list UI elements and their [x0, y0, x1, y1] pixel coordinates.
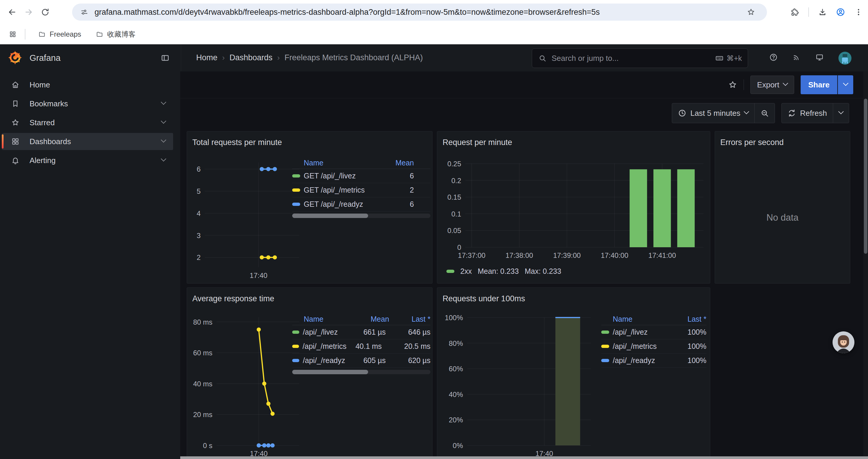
refresh-button[interactable]: Refresh [782, 103, 833, 123]
assistant-avatar[interactable] [833, 331, 855, 353]
breadcrumb-separator: › [277, 53, 280, 62]
zoom-out-button[interactable] [754, 103, 775, 123]
extensions-icon[interactable] [790, 8, 799, 16]
legend-cell-name: /api/_/metrics [613, 342, 671, 351]
search-box[interactable]: ⌘+k [532, 48, 748, 68]
download-icon[interactable] [818, 8, 827, 16]
site-info-icon[interactable] [80, 8, 88, 16]
sidebar-item-home[interactable]: Home [2, 76, 173, 93]
series-color-pill [292, 359, 299, 362]
horizontal-scrollbar-thumb[interactable] [180, 456, 868, 459]
help-icon[interactable] [769, 53, 778, 61]
sidebar-item-starred[interactable]: Starred [2, 114, 173, 131]
legend-request-per-minute[interactable]: 2xxMean: 0.233Max: 0.233 [446, 267, 561, 275]
keyboard-icon [715, 54, 723, 62]
panel-title[interactable]: Requests under 100ms [442, 294, 525, 303]
legend-row[interactable]: GET /api/_/readyz6 [292, 197, 430, 211]
sidebar-toggle-icon[interactable] [161, 54, 169, 62]
legend-scrollbar-thumb[interactable] [292, 370, 368, 374]
legend-row[interactable]: GET /api/_/livez6 [292, 169, 430, 183]
sidebar-item-label: Home [30, 80, 173, 90]
legend-column-mean[interactable]: Mean [358, 315, 389, 323]
forward-icon[interactable] [24, 8, 33, 17]
series-color-pill [292, 203, 300, 206]
svg-text:0.25: 0.25 [447, 160, 461, 168]
time-controls: Last 5 minutes Refresh [180, 98, 868, 128]
legend-cell-last: 100% [671, 356, 706, 365]
url-text[interactable]: grafana.mathmast.com/d/deytv4rwavabkb/fr… [95, 8, 767, 17]
svg-text:60%: 60% [449, 365, 463, 373]
refresh-interval-dropdown[interactable] [833, 103, 849, 123]
legend-column-last[interactable]: Last * [671, 315, 706, 323]
menu-kebab-icon[interactable] [855, 8, 863, 16]
sidebar-item-label: Dashboards [30, 137, 162, 146]
search-input[interactable] [551, 54, 709, 63]
legend-column-mean[interactable]: Mean [378, 159, 414, 167]
legend-column-name[interactable]: Name [304, 315, 358, 323]
user-avatar[interactable] [838, 52, 851, 65]
panel-title[interactable]: Request per minute [442, 138, 512, 147]
monitor-icon[interactable] [815, 53, 824, 61]
svg-text:0.2: 0.2 [452, 177, 461, 185]
bookmarks-divider [25, 29, 25, 40]
sidebar-item-bookmarks[interactable]: Bookmarks [2, 95, 173, 112]
svg-text:2: 2 [197, 254, 200, 261]
legend-row[interactable]: /api/_/readyz605 µs620 µs [292, 354, 430, 368]
legend-cell-name: /api/_/metrics [303, 342, 353, 351]
sidebar-item-dashboards[interactable]: Dashboards [2, 133, 173, 150]
legend-total-requests: NameMeanGET /api/_/livez6GET /api/_/metr… [292, 157, 430, 218]
address-bar[interactable]: grafana.mathmast.com/d/deytv4rwavabkb/fr… [72, 4, 767, 21]
legend-scrollbar[interactable] [292, 370, 430, 374]
panel-request-per-minute: Request per minute 0.250.20.150.10.05017… [437, 131, 710, 284]
export-button[interactable]: Export [750, 76, 794, 94]
brand-name[interactable]: Grafana [30, 53, 61, 63]
bookmark-folder[interactable]: 收藏博客 [91, 27, 141, 41]
reload-icon[interactable] [41, 8, 50, 17]
svg-text:0.1: 0.1 [452, 210, 461, 218]
panel-title[interactable]: Average response time [192, 294, 274, 303]
legend-row[interactable]: GET /api/_/metrics2 [292, 183, 430, 197]
legend-column-last[interactable]: Last * [389, 315, 430, 323]
svg-text:0 s: 0 s [203, 441, 212, 450]
share-dropdown-button[interactable] [838, 75, 853, 94]
sidebar: HomeBookmarksStarredDashboardsAlerting [0, 71, 181, 459]
time-range-picker[interactable]: Last 5 minutes [672, 103, 754, 123]
bookmarks-bar: Freeleaps收藏博客 [0, 24, 868, 44]
bookmark-star-icon[interactable] [747, 8, 755, 16]
legend-scrollbar-thumb[interactable] [292, 214, 368, 218]
chevron-down-icon [161, 137, 166, 142]
back-icon[interactable] [8, 8, 17, 17]
chevron-down-icon [838, 109, 843, 114]
news-rss-icon[interactable] [793, 53, 801, 61]
breadcrumb-item[interactable]: Home [196, 53, 217, 62]
series-name[interactable]: 2xx [460, 267, 472, 275]
svg-text:17:41:00: 17:41:00 [649, 251, 676, 259]
legend-row[interactable]: /api/_/livez100% [601, 325, 706, 339]
legend-column-name[interactable]: Name [304, 159, 378, 167]
svg-text:0%: 0% [453, 441, 463, 450]
share-button[interactable]: Share [801, 75, 837, 94]
legend-row[interactable]: /api/_/metrics40.1 ms20.5 ms [292, 339, 430, 354]
legend-scrollbar[interactable] [292, 214, 430, 218]
legend-column-name[interactable]: Name [613, 315, 671, 323]
panel-title[interactable]: Total requests per minute [192, 138, 282, 147]
refresh-icon [788, 109, 796, 117]
dashboard-subheader: Export Share [180, 71, 868, 98]
chevron-down-icon [161, 156, 166, 161]
sidebar-item-alerting[interactable]: Alerting [2, 152, 173, 169]
favorite-star-icon[interactable] [728, 80, 737, 89]
star-icon [11, 119, 20, 127]
share-label: Share [808, 80, 830, 90]
profile-icon[interactable] [836, 8, 845, 17]
apps-grid-icon[interactable] [9, 30, 17, 38]
breadcrumb-item[interactable]: Dashboards [229, 53, 273, 62]
svg-text:4: 4 [197, 209, 200, 218]
grafana-logo-icon[interactable] [8, 51, 22, 64]
legend-row[interactable]: /api/_/readyz100% [601, 354, 706, 368]
svg-text:0.15: 0.15 [447, 193, 461, 201]
legend-row[interactable]: /api/_/metrics100% [601, 339, 706, 354]
bookmark-folder[interactable]: Freeleaps [33, 28, 87, 41]
vertical-scrollbar-thumb[interactable] [864, 99, 867, 254]
legend-row[interactable]: /api/_/livez661 µs646 µs [292, 325, 430, 339]
legend-cell-name: GET /api/_/livez [304, 172, 378, 180]
